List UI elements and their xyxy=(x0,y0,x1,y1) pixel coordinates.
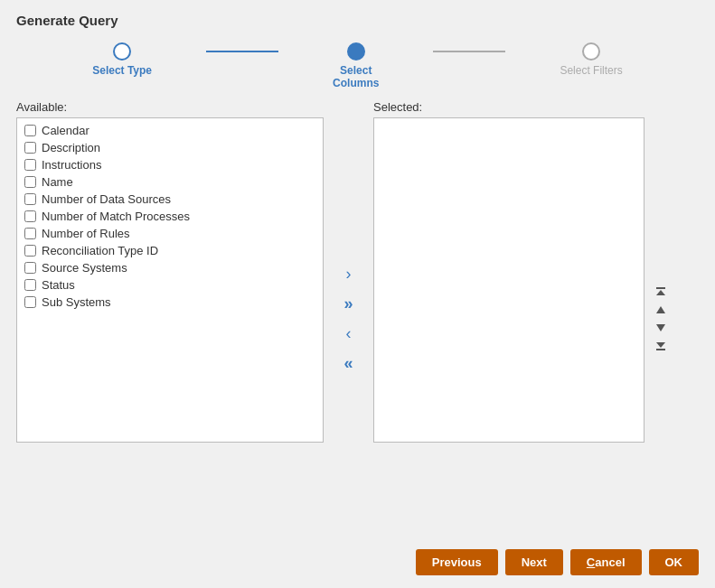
item-label-sub-systems: Sub Systems xyxy=(42,295,111,309)
available-list[interactable]: Calendar Description Instructions Name xyxy=(16,117,324,443)
item-label-recon-type-id: Reconciliation Type ID xyxy=(42,244,158,257)
available-section: Available: Calendar Description Instruct… xyxy=(16,100,324,537)
cancel-rest: ancel xyxy=(595,555,625,569)
list-item[interactable]: Number of Data Sources xyxy=(17,191,323,208)
main-content: Available: Calendar Description Instruct… xyxy=(0,100,715,537)
cancel-button[interactable]: Cancel xyxy=(570,549,642,575)
transfer-buttons: › » ‹ « xyxy=(324,100,373,537)
item-checkbox-calendar[interactable] xyxy=(24,125,36,136)
step-select-type[interactable]: Select Type xyxy=(92,42,152,77)
item-checkbox-name[interactable] xyxy=(24,176,36,188)
item-checkbox-source-systems[interactable] xyxy=(24,262,36,274)
item-label-source-systems: Source Systems xyxy=(42,261,127,275)
list-item[interactable]: Source Systems xyxy=(17,259,323,276)
previous-button[interactable]: Previous xyxy=(416,549,498,575)
connector-1 xyxy=(206,51,278,52)
list-item[interactable]: Instructions xyxy=(17,156,323,173)
svg-marker-2 xyxy=(656,306,665,313)
list-item[interactable]: Name xyxy=(17,173,323,191)
move-left-one-button[interactable]: ‹ xyxy=(344,322,353,345)
generate-query-dialog: Generate Query Select Type SelectColumns… xyxy=(0,0,715,588)
item-checkbox-recon-type-id[interactable] xyxy=(24,245,36,257)
dialog-title: Generate Query xyxy=(0,0,715,37)
list-item[interactable]: Calendar xyxy=(17,122,323,139)
available-label: Available: xyxy=(16,100,324,114)
item-checkbox-sub-systems[interactable] xyxy=(24,296,36,308)
list-item[interactable]: Reconciliation Type ID xyxy=(17,242,323,259)
connector-2 xyxy=(433,51,505,52)
move-right-one-button[interactable]: › xyxy=(344,263,353,285)
move-bottom-button[interactable] xyxy=(654,340,668,352)
item-label-num-rules: Number of Rules xyxy=(42,227,130,240)
step-type-label: Select Type xyxy=(92,64,152,77)
list-item[interactable]: Number of Rules xyxy=(17,225,323,242)
item-checkbox-num-rules[interactable] xyxy=(24,228,36,239)
item-label-num-match-processes: Number of Match Processes xyxy=(42,210,190,223)
step-columns-circle xyxy=(347,42,365,61)
move-up-button[interactable] xyxy=(654,303,668,316)
item-label-num-data-sources: Number of Data Sources xyxy=(42,192,171,206)
item-checkbox-status[interactable] xyxy=(24,279,36,291)
footer: Previous Next Cancel OK xyxy=(0,537,715,588)
move-top-button[interactable] xyxy=(654,285,668,298)
selected-section: Selected: xyxy=(373,100,644,537)
step-select-filters[interactable]: Select Filters xyxy=(560,42,622,77)
move-left-all-button[interactable]: « xyxy=(342,352,354,375)
item-checkbox-num-data-sources[interactable] xyxy=(24,193,36,205)
step-select-columns[interactable]: SelectColumns xyxy=(333,42,379,89)
order-buttons xyxy=(644,100,676,537)
item-label-description: Description xyxy=(42,141,100,154)
item-checkbox-description[interactable] xyxy=(24,142,36,154)
step-type-circle xyxy=(113,42,131,61)
ok-button[interactable]: OK xyxy=(649,549,700,575)
next-button[interactable]: Next xyxy=(505,549,563,575)
step-columns-label: SelectColumns xyxy=(333,64,379,89)
selected-label: Selected: xyxy=(373,100,644,114)
columns-area: Available: Calendar Description Instruct… xyxy=(16,100,699,537)
list-item[interactable]: Status xyxy=(17,276,323,294)
svg-marker-1 xyxy=(656,290,665,295)
selected-list[interactable] xyxy=(373,117,644,443)
wizard-steps: Select Type SelectColumns Select Filters xyxy=(0,37,715,100)
step-filters-label: Select Filters xyxy=(560,64,622,77)
item-checkbox-num-match-processes[interactable] xyxy=(24,210,36,222)
item-label-status: Status xyxy=(42,278,75,292)
item-checkbox-instructions[interactable] xyxy=(24,159,36,171)
item-label-calendar: Calendar xyxy=(42,124,89,137)
step-filters-circle xyxy=(582,42,600,61)
cancel-underline: C xyxy=(587,555,595,569)
list-item[interactable]: Number of Match Processes xyxy=(17,208,323,225)
item-label-name: Name xyxy=(42,175,73,189)
svg-marker-3 xyxy=(656,324,665,331)
move-right-all-button[interactable]: » xyxy=(342,293,354,315)
svg-marker-4 xyxy=(656,342,665,348)
item-label-instructions: Instructions xyxy=(42,158,101,172)
list-item[interactable]: Sub Systems xyxy=(17,294,323,311)
move-down-button[interactable] xyxy=(654,322,668,334)
list-item[interactable]: Description xyxy=(17,139,323,156)
